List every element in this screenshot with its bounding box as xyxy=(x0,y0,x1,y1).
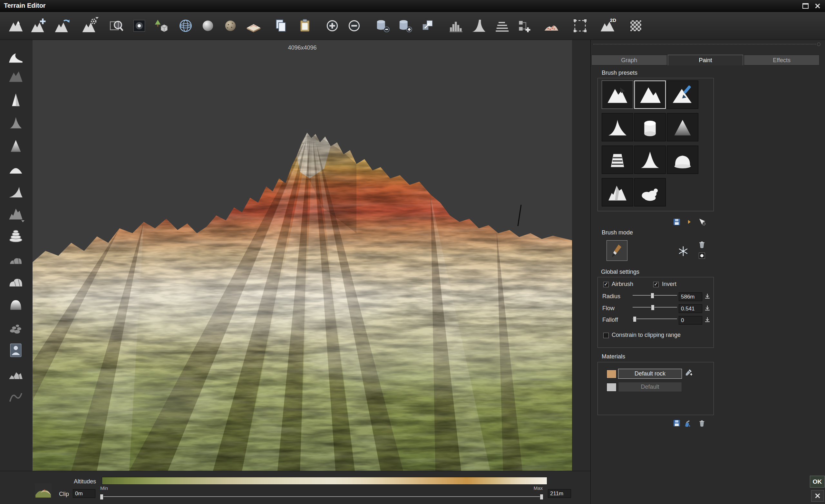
pebble-brush-button[interactable] xyxy=(7,319,24,337)
flat-terrain-button[interactable] xyxy=(245,17,262,35)
rocky-mountain-brush-button[interactable] xyxy=(7,205,24,222)
decrease-resolution-button[interactable] xyxy=(373,17,391,35)
flatten-brush-button[interactable] xyxy=(7,49,24,67)
tab-effects[interactable]: Effects xyxy=(744,55,820,65)
fill-material-button[interactable] xyxy=(683,419,692,428)
update-terrain-button[interactable] xyxy=(53,17,71,35)
falloff-slider[interactable] xyxy=(632,316,677,322)
histogram-button[interactable] xyxy=(447,17,465,35)
contour-levels-button[interactable] xyxy=(493,17,511,35)
material-pipette-button[interactable] xyxy=(684,369,692,377)
brush-preset-spiky-peak[interactable] xyxy=(634,146,666,174)
pick-preset-button[interactable] xyxy=(698,218,706,226)
add-node-button[interactable] xyxy=(516,17,534,35)
brush-preset-plateau-cylinder[interactable] xyxy=(634,113,666,141)
rock-pile-brush-button[interactable] xyxy=(7,365,24,383)
terrain-viewport[interactable]: 4096x4096 xyxy=(32,40,572,471)
clip-slider-track[interactable] xyxy=(100,496,543,497)
material-default-swatch[interactable] xyxy=(606,383,616,392)
freeze-mode-button[interactable] xyxy=(678,246,689,257)
scene-preview-button[interactable] xyxy=(153,17,171,35)
planet-terrain-button[interactable] xyxy=(176,17,195,35)
constrain-checkbox[interactable] xyxy=(603,333,609,338)
terrain-options-button[interactable] xyxy=(81,17,99,35)
mask-checker-button[interactable] xyxy=(627,17,645,35)
brush-preset-soft-cone[interactable] xyxy=(667,113,698,141)
render-preview-button[interactable] xyxy=(130,17,148,35)
zoom-out-button[interactable] xyxy=(345,17,363,35)
brush-preset-rocky-peak[interactable] xyxy=(602,178,633,206)
ghost-mountain-brush-button[interactable] xyxy=(7,68,24,85)
material-rock-swatch[interactable] xyxy=(606,370,616,379)
save-material-button[interactable] xyxy=(673,419,681,428)
falloff-input[interactable] xyxy=(679,316,702,325)
zoom-in-button[interactable] xyxy=(323,17,341,35)
panel-splitter-knob[interactable] xyxy=(817,43,821,46)
paint-brush-mode-button[interactable] xyxy=(606,240,627,261)
terrain-render[interactable] xyxy=(32,40,572,471)
clip-min-handle[interactable] xyxy=(100,494,103,500)
material-default-button[interactable]: Default xyxy=(618,382,682,392)
clip-range-slider[interactable] xyxy=(100,494,543,500)
hill-brush-button[interactable] xyxy=(7,160,24,177)
brush-preset-smooth-mountain[interactable] xyxy=(634,81,666,109)
rock-terrain-button[interactable] xyxy=(221,17,239,35)
restore-window-button[interactable] xyxy=(800,2,811,10)
panel-splitter[interactable] xyxy=(593,44,816,45)
flow-input[interactable] xyxy=(679,304,702,313)
brush-preset-striped-plateau[interactable] xyxy=(602,146,633,174)
falloff-slider-handle[interactable] xyxy=(633,316,636,322)
sphere-terrain-button[interactable] xyxy=(199,17,217,35)
toggle-mask-button[interactable] xyxy=(698,252,705,260)
zoom-region-button[interactable] xyxy=(107,17,125,35)
smooth-peak-brush-button[interactable] xyxy=(7,137,24,155)
selection-bounds-button[interactable] xyxy=(571,17,589,35)
view-2d-button[interactable]: 2D xyxy=(598,17,616,35)
slope-profile-button[interactable] xyxy=(469,17,487,35)
sharp-peak-brush-button[interactable] xyxy=(7,91,24,109)
close-window-button[interactable] xyxy=(812,2,823,10)
apply-preset-button[interactable] xyxy=(683,218,692,226)
dune-brush-button[interactable] xyxy=(7,184,24,201)
save-preset-button[interactable] xyxy=(673,218,681,226)
boulder-brush-button[interactable] xyxy=(7,273,24,290)
radius-slider-handle[interactable] xyxy=(651,293,654,299)
add-terrain-button[interactable] xyxy=(29,17,47,35)
tab-graph[interactable]: Graph xyxy=(591,55,667,65)
delete-mode-button[interactable] xyxy=(697,240,707,250)
invert-checkbox[interactable] xyxy=(653,282,659,287)
dome-brush-button[interactable] xyxy=(7,296,24,313)
radius-slider[interactable] xyxy=(632,292,677,298)
tab-paint[interactable]: Paint xyxy=(668,55,743,65)
radius-reset-button[interactable] xyxy=(704,293,710,300)
ridge-brush-button[interactable] xyxy=(7,114,24,131)
new-terrain-button[interactable] xyxy=(7,17,25,35)
duplicate-layer-button[interactable] xyxy=(419,17,437,35)
altitude-gradient-strip[interactable] xyxy=(102,477,547,485)
copy-button[interactable] xyxy=(272,17,290,35)
falloff-reset-button[interactable] xyxy=(704,317,710,323)
flow-reset-button[interactable] xyxy=(704,305,710,312)
clip-max-input[interactable] xyxy=(548,489,571,498)
paste-button[interactable] xyxy=(296,17,314,35)
flow-slider-handle[interactable] xyxy=(651,305,655,311)
brush-preset-dome[interactable] xyxy=(667,146,698,174)
brush-preset-mountain-pen[interactable] xyxy=(667,81,698,109)
brush-preset-peak-pick[interactable] xyxy=(602,81,633,109)
increase-resolution-button[interactable] xyxy=(396,17,414,35)
curve-brush-button[interactable] xyxy=(7,389,24,406)
stamp-image-brush-button[interactable] xyxy=(7,342,24,359)
brush-preset-curved-ridge[interactable] xyxy=(602,113,633,141)
clip-max-handle[interactable] xyxy=(540,494,543,500)
cancel-button[interactable] xyxy=(811,490,824,502)
clip-min-input[interactable] xyxy=(73,489,95,498)
erosion-button[interactable] xyxy=(542,17,560,35)
rock-cluster-brush-button[interactable] xyxy=(7,251,24,268)
delete-material-button[interactable] xyxy=(698,419,706,428)
terrace-brush-button[interactable] xyxy=(7,227,24,245)
ok-button[interactable]: OK xyxy=(810,476,825,488)
airbrush-checkbox[interactable] xyxy=(603,282,609,287)
material-default-rock-button[interactable]: Default rock xyxy=(618,369,682,379)
flow-slider[interactable] xyxy=(632,304,677,310)
radius-input[interactable] xyxy=(679,292,702,301)
